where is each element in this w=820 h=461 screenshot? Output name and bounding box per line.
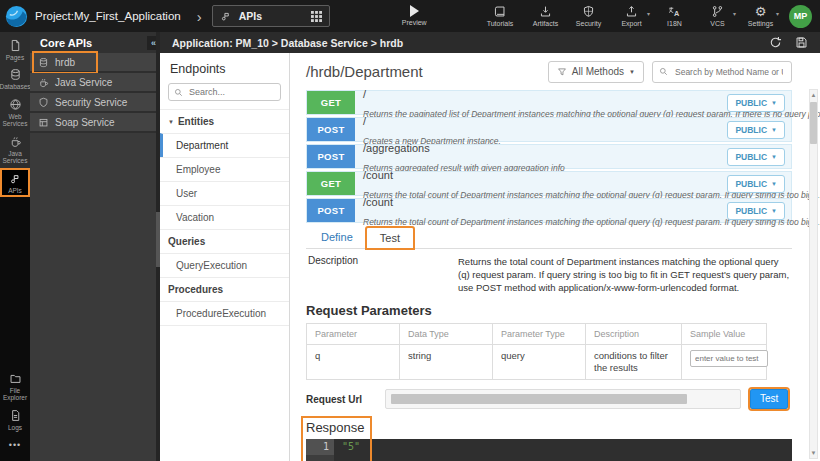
- all-methods-dropdown[interactable]: All Methods ▼: [548, 61, 644, 83]
- i18n-button[interactable]: A I18N: [653, 5, 696, 27]
- sidebar-item-apis[interactable]: APIs: [0, 168, 30, 197]
- procedures-group-header[interactable]: Procedures: [160, 277, 289, 301]
- sidebar-item-java-services[interactable]: Java Services: [0, 131, 30, 168]
- preview-button[interactable]: Preview: [402, 5, 427, 27]
- method-row[interactable]: POST /countReturns the total count of De…: [306, 198, 792, 223]
- endpoint-item-department[interactable]: Department: [160, 133, 289, 157]
- caret-down-icon: ▼: [771, 154, 777, 160]
- test-button[interactable]: Test: [750, 389, 788, 409]
- grid-icon: [311, 11, 322, 22]
- core-api-item-hrdb[interactable]: hrdb: [30, 53, 160, 73]
- param-name-cell: q: [307, 345, 400, 380]
- coffee-cup-icon: [9, 135, 22, 148]
- left-nav-rail: Pages Databases Web Services Java Servic…: [0, 32, 30, 461]
- topbar: Project:My_First_Application › APIs Prev…: [0, 0, 820, 32]
- tab-test[interactable]: Test: [366, 227, 414, 249]
- method-verb-badge: GET: [307, 172, 355, 195]
- more-options-icon[interactable]: •••: [0, 434, 30, 456]
- line-number-gutter: 1: [306, 439, 334, 461]
- tab-define[interactable]: Define: [308, 227, 366, 248]
- endpoints-search[interactable]: [168, 83, 281, 101]
- endpoint-item-vacation[interactable]: Vacation: [160, 205, 289, 229]
- endpoint-item-user[interactable]: User: [160, 181, 289, 205]
- column-header: Parameter: [307, 324, 400, 345]
- visibility-dropdown[interactable]: PUBLIC▼: [727, 94, 785, 112]
- core-api-item-soap-service[interactable]: Soap Service: [30, 113, 160, 133]
- search-icon: [174, 88, 183, 97]
- project-name[interactable]: Project:My_First_Application: [35, 10, 181, 22]
- visibility-dropdown[interactable]: PUBLIC▼: [727, 121, 785, 139]
- wavemaker-logo-icon[interactable]: [5, 5, 28, 28]
- security-button[interactable]: Security: [567, 5, 610, 27]
- content-scrollbar[interactable]: ▲ ▼: [809, 89, 818, 459]
- core-apis-panel: Core APIs « hrdb Java Service Security S…: [30, 32, 160, 461]
- coffee-cup-icon: [38, 77, 49, 88]
- export-icon: [625, 5, 638, 18]
- funnel-filter-icon: [557, 67, 567, 77]
- response-code-editor[interactable]: 1 "5": [306, 439, 792, 461]
- request-url-field[interactable]: [385, 389, 741, 409]
- core-apis-header: Core APIs «: [30, 32, 160, 53]
- book-icon: [493, 5, 506, 18]
- endpoint-item-queryexecution[interactable]: QueryExecution: [160, 253, 289, 277]
- user-avatar[interactable]: MP: [789, 5, 812, 28]
- method-search[interactable]: [652, 61, 792, 83]
- scroll-up-icon[interactable]: ▲: [811, 90, 817, 100]
- chevron-down-icon: ▾: [647, 10, 650, 17]
- core-api-item-security-service[interactable]: Security Service: [30, 93, 160, 113]
- settings-gear-icon: ⚙: [755, 5, 767, 18]
- settings-button[interactable]: ⚙ ▾ Settings: [739, 5, 782, 27]
- visibility-dropdown[interactable]: PUBLIC▼: [727, 148, 785, 166]
- endpoints-panel: Endpoints ▼ Entities Department Employee…: [160, 53, 290, 461]
- database-icon: [38, 57, 49, 68]
- core-api-item-java-service[interactable]: Java Service: [30, 73, 160, 93]
- chevron-right-icon: ›: [197, 8, 202, 25]
- method-path: /: [363, 88, 366, 100]
- export-button[interactable]: ▾ Export: [610, 5, 653, 27]
- sidebar-item-pages[interactable]: Pages: [0, 35, 30, 64]
- queries-group-header[interactable]: Queries: [160, 229, 289, 253]
- param-type-cell: query: [493, 345, 586, 380]
- vcs-button[interactable]: ▾ VCS: [696, 5, 739, 27]
- folder-icon: [9, 372, 22, 385]
- scroll-down-icon[interactable]: ▼: [811, 448, 817, 458]
- save-icon[interactable]: [795, 36, 808, 49]
- method-verb-badge: GET: [307, 91, 355, 114]
- sidebar-item-logs[interactable]: Logs: [0, 405, 30, 434]
- request-parameters-table: Parameter Data Type Parameter Type Descr…: [306, 323, 767, 380]
- response-body: "5": [334, 439, 792, 461]
- column-header: Parameter Type: [493, 324, 586, 345]
- i18n-language-icon: A: [668, 5, 681, 18]
- response-section: Response 1 "5": [306, 420, 792, 461]
- entities-group-header[interactable]: ▼ Entities: [160, 109, 289, 133]
- refresh-icon[interactable]: [769, 36, 782, 49]
- tutorials-button[interactable]: Tutorials: [487, 5, 514, 27]
- method-path: /: [363, 115, 366, 127]
- workspace-selector[interactable]: APIs: [212, 5, 330, 27]
- method-path: /count: [363, 169, 393, 181]
- method-search-input[interactable]: [673, 66, 785, 78]
- endpoint-item-procedureexecution[interactable]: ProcedureExecution: [160, 301, 289, 326]
- scrollbar-thumb[interactable]: [156, 212, 160, 267]
- visibility-dropdown[interactable]: PUBLIC▼: [727, 202, 785, 220]
- visibility-dropdown[interactable]: PUBLIC▼: [727, 175, 785, 193]
- method-path: /aggregations: [363, 142, 430, 154]
- sidebar-item-databases[interactable]: Databases: [0, 64, 30, 93]
- endpoint-item-employee[interactable]: Employee: [160, 157, 289, 181]
- nav-rail-top-group: Pages Databases Web Services Java Servic…: [0, 32, 30, 197]
- scrollbar-thumb[interactable]: [810, 102, 817, 144]
- artifacts-download-icon: [539, 5, 552, 18]
- page-icon: [9, 39, 22, 52]
- param-description-cell: conditions to filter the results: [586, 345, 682, 380]
- log-file-icon: [9, 409, 22, 422]
- description-label: Description: [308, 255, 458, 294]
- database-icon: [9, 68, 22, 81]
- core-apis-scrollbar[interactable]: [156, 32, 160, 461]
- sample-value-input[interactable]: [690, 350, 768, 367]
- sidebar-item-web-services[interactable]: Web Services: [0, 94, 30, 131]
- triangle-expand-icon: ▼: [168, 119, 174, 125]
- artifacts-button[interactable]: Artifacts: [524, 5, 567, 27]
- play-icon: [410, 5, 419, 17]
- endpoints-search-input[interactable]: [187, 86, 275, 98]
- sidebar-item-file-explorer[interactable]: File Explorer: [0, 368, 30, 405]
